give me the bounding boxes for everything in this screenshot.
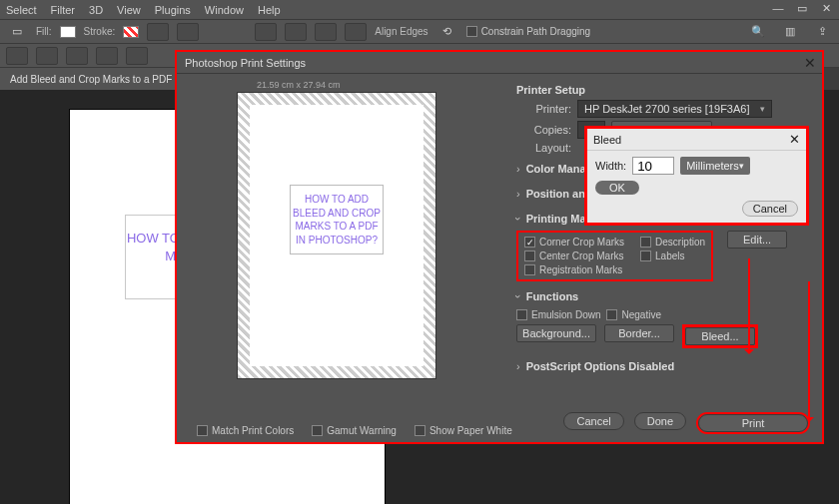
path-align-icon[interactable] — [285, 23, 307, 41]
options-bar: ▭ Fill: Stroke: Align Edges ⟲ Constrain … — [0, 20, 839, 44]
functions-section[interactable]: Functions — [516, 286, 812, 306]
bleed-cancel-button[interactable]: Cancel — [742, 201, 798, 217]
postscript-label: PostScript Options Disabled — [526, 360, 675, 372]
postscript-section[interactable]: PostScript Options Disabled — [516, 356, 812, 376]
negative-checkbox[interactable]: Negative — [606, 309, 660, 320]
functions-label: Functions — [526, 290, 579, 302]
close-button[interactable]: ✕ — [819, 2, 833, 15]
align-edges-label: Align Edges — [375, 26, 427, 37]
zoom-icon[interactable] — [66, 47, 88, 65]
bleed-popup-title: Bleed — [593, 134, 621, 146]
bleed-popup-close-icon[interactable]: ✕ — [789, 132, 800, 147]
menu-3d[interactable]: 3D — [89, 4, 103, 16]
emulsion-down-label: Emulsion Down — [531, 309, 600, 320]
printer-label: Printer: — [516, 103, 571, 115]
cancel-button[interactable]: Cancel — [563, 412, 623, 430]
corner-crop-marks-checkbox[interactable]: Corner Crop Marks — [524, 237, 624, 248]
color-management-label: Color Manag — [526, 163, 593, 175]
bleed-popup: Bleed ✕ Width: Millimeters OK Cancel — [584, 126, 809, 226]
corner-crop-marks-label: Corner Crop Marks — [539, 237, 624, 248]
share-icon[interactable]: ⇪ — [811, 23, 833, 41]
preview-text: HOW TO ADD BLEED AND CROP MARKS TO A PDF… — [291, 193, 383, 247]
constrain-path-checkbox[interactable]: Constrain Path Dragging — [466, 26, 591, 37]
app-menubar: Select Filter 3D View Plugins Window Hel… — [0, 0, 839, 20]
dialog-footer: Cancel Done Print — [563, 412, 810, 434]
registration-marks-checkbox[interactable]: Registration Marks — [524, 264, 624, 275]
bleed-width-field[interactable] — [632, 157, 674, 175]
labels-checkbox[interactable]: Labels — [640, 251, 705, 261]
gamut-warning-checkbox[interactable]: Gamut Warning — [312, 425, 397, 436]
path-ops-icon[interactable] — [255, 23, 277, 41]
negative-label: Negative — [621, 309, 660, 320]
bleed-popup-header: Bleed ✕ — [587, 129, 806, 151]
search-icon[interactable]: 🔍 — [747, 23, 769, 41]
stroke-style-dropdown[interactable] — [177, 23, 199, 41]
description-label: Description — [655, 237, 705, 248]
reset-icon[interactable]: ⟲ — [436, 23, 458, 41]
show-paper-white-label: Show Paper White — [429, 425, 512, 436]
layout-label: Layout: — [516, 142, 571, 154]
menu-select[interactable]: Select — [6, 4, 37, 16]
menu-window[interactable]: Window — [205, 4, 244, 16]
print-dialog: Photoshop Print Settings ✕ 21.59 cm x 27… — [175, 50, 824, 444]
printer-dropdown[interactable]: HP DeskJet 2700 series [19F3A6] — [577, 100, 772, 118]
bleed-button[interactable]: Bleed... — [685, 327, 755, 345]
paper-preview: HOW TO ADD BLEED AND CROP MARKS TO A PDF… — [237, 92, 436, 379]
menu-filter[interactable]: Filter — [51, 4, 75, 16]
constrain-path-label: Constrain Path Dragging — [481, 26, 591, 37]
match-print-colors-label: Match Print Colors — [212, 425, 294, 436]
gear-icon[interactable] — [345, 23, 367, 41]
rotate-icon[interactable] — [126, 47, 148, 65]
paper-dimensions: 21.59 cm x 27.94 cm — [257, 80, 341, 90]
done-button[interactable]: Done — [634, 412, 686, 430]
gamut-warning-label: Gamut Warning — [327, 425, 397, 436]
dialog-title: Photoshop Print Settings — [185, 57, 306, 69]
window-controls: — ▭ ✕ — [771, 2, 833, 15]
bleed-ok-button[interactable]: OK — [595, 181, 639, 195]
print-button[interactable]: Print — [698, 414, 808, 432]
fill-swatch[interactable] — [60, 26, 76, 38]
menu-view[interactable]: View — [117, 4, 141, 16]
position-label: Position and — [526, 188, 592, 200]
copies-label: Copies: — [516, 124, 571, 136]
menu-help[interactable]: Help — [258, 4, 281, 16]
preview-options: Match Print Colors Gamut Warning Show Pa… — [197, 425, 512, 436]
stroke-swatch[interactable] — [123, 26, 139, 38]
center-crop-marks-label: Center Crop Marks — [539, 251, 623, 261]
annotation-arrow-1 — [748, 258, 750, 353]
printer-setup-heading: Printer Setup — [516, 84, 812, 96]
stroke-label: Stroke: — [84, 26, 116, 37]
bleed-width-label: Width: — [595, 160, 626, 172]
preview-content-box: HOW TO ADD BLEED AND CROP MARKS TO A PDF… — [290, 185, 384, 254]
annotation-arrow-2 — [808, 281, 810, 421]
registration-marks-label: Registration Marks — [539, 264, 622, 275]
dialog-titlebar: Photoshop Print Settings — [177, 52, 822, 74]
dialog-close-icon[interactable]: ✕ — [804, 55, 816, 71]
show-paper-white-checkbox[interactable]: Show Paper White — [415, 425, 512, 436]
restore-button[interactable]: ▭ — [795, 2, 809, 15]
labels-label: Labels — [655, 251, 684, 261]
edit-marks-button[interactable]: Edit... — [727, 231, 787, 249]
match-print-colors-checkbox[interactable]: Match Print Colors — [197, 425, 294, 436]
stroke-width-field[interactable] — [147, 23, 169, 41]
print-preview-pane: 21.59 cm x 27.94 cm HOW TO ADD BLEED AND… — [177, 74, 516, 442]
tool-icon[interactable]: ▭ — [6, 23, 28, 41]
border-button[interactable]: Border... — [604, 324, 674, 342]
home-icon[interactable] — [6, 47, 28, 65]
background-button[interactable]: Background... — [516, 324, 596, 342]
path-arrange-icon[interactable] — [315, 23, 337, 41]
bleed-unit-dropdown[interactable]: Millimeters — [680, 157, 750, 175]
arrange-icon[interactable] — [36, 47, 58, 65]
workspace-icon[interactable]: ▥ — [779, 23, 801, 41]
minimize-button[interactable]: — — [771, 2, 785, 15]
description-checkbox[interactable]: Description — [640, 237, 705, 248]
emulsion-down-checkbox[interactable]: Emulsion Down — [516, 309, 600, 320]
menu-plugins[interactable]: Plugins — [155, 4, 191, 16]
center-crop-marks-checkbox[interactable]: Center Crop Marks — [524, 251, 624, 261]
printing-marks-group: Corner Crop Marks Description Center Cro… — [516, 231, 713, 281]
fill-label: Fill: — [36, 26, 52, 37]
hand-icon[interactable] — [96, 47, 118, 65]
